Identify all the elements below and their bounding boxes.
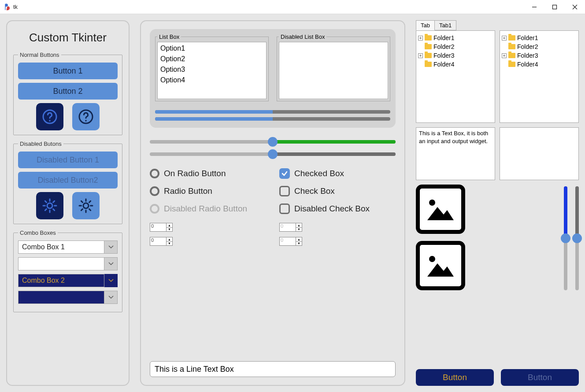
disabled-buttons-legend: Disabled Butons [18, 141, 63, 147]
spinbox-3[interactable]: 0▲▼ [150, 237, 173, 246]
radio-off[interactable]: Radio Button [150, 186, 266, 196]
image-icon [425, 196, 456, 222]
checkbox-unchecked[interactable]: Check Box [279, 186, 396, 196]
textbox-1[interactable]: This is a Text Box, it is both an input … [416, 127, 495, 180]
folder-icon [508, 44, 515, 49]
chevron-down-icon [108, 296, 114, 299]
slider-green[interactable] [150, 140, 396, 144]
checkbox-checked[interactable]: Checked Box [279, 168, 396, 179]
listbox-frame: List Box Option1 Option2 Option3 Option4 [155, 33, 269, 101]
image-icon [425, 252, 456, 279]
progress-bar-1 [155, 110, 390, 114]
combo-3-arrow[interactable] [104, 274, 118, 287]
slider-thumb[interactable] [572, 233, 582, 243]
button-1[interactable]: Button 1 [18, 63, 118, 79]
combo-box-1[interactable]: Combo Box 1 [18, 240, 104, 254]
combo-2-arrow[interactable] [104, 257, 118, 270]
combo-box-2[interactable] [18, 257, 104, 270]
spin-down-icon[interactable]: ▼ [296, 228, 302, 232]
listbox-legend: List Box [157, 33, 181, 40]
folder-icon [425, 44, 432, 49]
expand-icon[interactable]: + [418, 36, 423, 41]
spin-up-icon[interactable]: ▲ [296, 237, 302, 242]
textbox-2[interactable] [500, 127, 579, 180]
spinbox-4[interactable]: 0▲▼ [279, 237, 302, 246]
checkbox-unchecked-label: Check Box [294, 186, 335, 196]
tab-0[interactable]: Tab [416, 20, 435, 30]
expand-icon[interactable]: + [502, 36, 507, 41]
list-item[interactable]: Option4 [159, 75, 264, 85]
maximize-button[interactable] [544, 0, 565, 14]
left-panel: Custom Tkinter Normal Buttons Button 1 B… [6, 20, 130, 386]
app-icon [4, 4, 11, 11]
tab-1[interactable]: Tab1 [434, 20, 456, 30]
panel-title: Custom Tkinter [13, 31, 122, 44]
folder-icon [508, 53, 515, 58]
svg-point-5 [49, 120, 51, 122]
disabled-buttons-group: Disabled Butons Disabled Button 1 Disabl… [13, 141, 122, 224]
close-button[interactable] [565, 0, 585, 14]
combo-4-arrow[interactable] [104, 291, 118, 304]
help-button-dark[interactable] [36, 103, 63, 130]
radio-off-label: Radio Button [164, 186, 212, 196]
spin-up-icon[interactable]: ▲ [167, 223, 172, 228]
chevron-down-icon [108, 262, 114, 266]
disabled-listbox-legend: Disabled List Box [279, 33, 326, 40]
vertical-slider-grey[interactable] [575, 186, 579, 290]
checkbox-checked-label: Checked Box [294, 169, 344, 178]
spin-down-icon[interactable]: ▼ [167, 242, 172, 246]
settings-button-light [72, 192, 100, 219]
right-panel: Tab Tab1 +Folder1 Folder2 +Folder3 Folde… [416, 20, 579, 386]
radio-on-label: On Radio Button [164, 169, 226, 178]
folder-icon [425, 53, 432, 58]
listbox-area: List Box Option1 Option2 Option3 Option4… [150, 29, 396, 128]
combo-1-arrow[interactable] [104, 240, 118, 254]
vertical-slider-blue[interactable] [564, 186, 567, 290]
treeview-left[interactable]: +Folder1 Folder2 +Folder3 Folder4 [416, 30, 495, 123]
tree-item: +Folder3 [418, 51, 493, 60]
tree-item: Folder4 [502, 60, 577, 69]
expand-icon[interactable]: + [418, 53, 423, 58]
middle-panel: List Box Option1 Option2 Option3 Option4… [140, 20, 405, 386]
help-button-light[interactable] [72, 103, 100, 130]
button-2[interactable]: Button 2 [18, 83, 118, 100]
svg-point-7 [85, 120, 87, 122]
expand-icon[interactable]: + [502, 53, 507, 58]
radio-on[interactable]: On Radio Button [150, 168, 266, 179]
question-circle-icon [42, 109, 58, 125]
normal-buttons-group: Normal Buttons Button 1 Button 2 [13, 52, 122, 135]
treeview-right[interactable]: +Folder1 Folder2 +Folder3 Folder4 [500, 30, 579, 123]
list-item[interactable]: Option1 [159, 43, 264, 54]
gear-icon [42, 198, 58, 214]
image-placeholder-1 [416, 185, 465, 234]
tree-item: +Folder3 [502, 51, 577, 60]
slider-thumb[interactable] [561, 233, 570, 243]
footer-button-2: Button [501, 369, 579, 386]
combo-box-4[interactable] [18, 291, 104, 304]
spinbox-1[interactable]: 0▲▼ [150, 223, 173, 232]
slider-thumb[interactable] [268, 149, 278, 159]
listbox[interactable]: Option1 Option2 Option3 Option4 [157, 42, 267, 99]
spinbox-2[interactable]: 0▲▼ [279, 223, 302, 232]
slider-thumb[interactable] [268, 137, 278, 147]
list-item[interactable]: Option3 [159, 64, 264, 75]
window-title: tk [13, 4, 18, 10]
spin-up-icon[interactable]: ▲ [167, 237, 172, 242]
disabled-listbox [279, 42, 388, 99]
spin-down-icon[interactable]: ▼ [296, 242, 302, 246]
svg-point-11 [429, 256, 435, 262]
question-circle-icon [78, 109, 94, 125]
list-item[interactable]: Option2 [159, 54, 264, 64]
footer-button-1[interactable]: Button [416, 369, 494, 386]
slider-grey[interactable] [150, 152, 396, 156]
disabled-listbox-frame: Disabled List Box [277, 33, 390, 101]
combo-box-3[interactable]: Combo Box 2 [18, 274, 104, 287]
line-text-input[interactable]: This is a Line Text Box [150, 361, 396, 377]
tree-item: Folder2 [502, 42, 577, 51]
combo-boxes-legend: Combo Boxes [18, 229, 58, 236]
folder-icon [425, 62, 432, 67]
spin-down-icon[interactable]: ▼ [167, 228, 172, 232]
minimize-button[interactable] [524, 0, 544, 14]
spin-up-icon[interactable]: ▲ [296, 223, 302, 228]
svg-point-9 [83, 203, 89, 208]
